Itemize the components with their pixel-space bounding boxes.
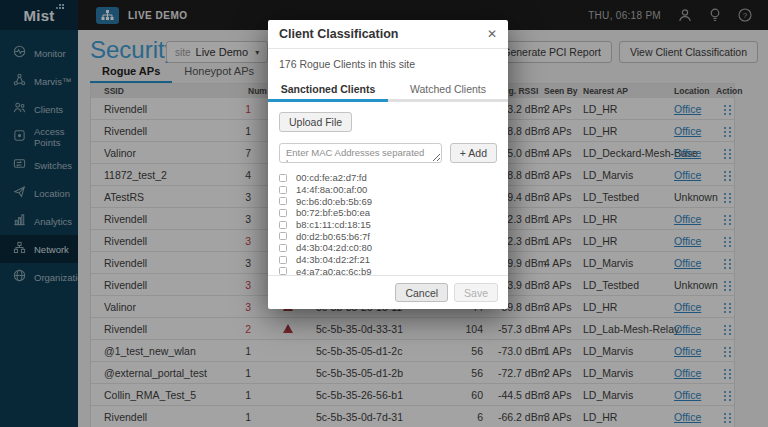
mac-checkbox[interactable] — [279, 174, 287, 182]
cancel-button[interactable]: Cancel — [395, 283, 448, 302]
mac-list-item: d0:d2:b0:65:b6:7f — [279, 230, 497, 242]
mac-checkbox[interactable] — [279, 244, 287, 252]
modal-tab-sanctioned-clients[interactable]: Sanctioned Clients — [268, 77, 388, 102]
mac-checkbox[interactable] — [279, 197, 287, 205]
modal-title: Client Classification — [279, 27, 398, 41]
mac-list-item: 00:cd:fe:a2:d7:fd — [279, 172, 497, 184]
mac-address-label: d0:d2:b0:65:b6:7f — [296, 231, 370, 242]
mac-list: 00:cd:fe:a2:d7:fd14:4f:8a:00:af:009c:b6:… — [279, 172, 497, 275]
mac-checkbox[interactable] — [279, 256, 287, 264]
modal-tab-watched-clients[interactable]: Watched Clients — [388, 77, 508, 102]
mac-address-label: b0:72:bf:e5:b0:ea — [296, 207, 370, 218]
mac-address-label: d4:3b:04:2d:c0:80 — [296, 242, 372, 253]
app-window: LIVE DEMO THU, 06:18 PM ? Mist MonitorMa… — [0, 0, 768, 427]
mac-address-label: b8:c1:11:cd:18:15 — [296, 219, 371, 230]
save-button[interactable]: Save — [454, 283, 498, 302]
mac-list-item: e4:a7:a0:ac:6c:b9 — [279, 266, 497, 276]
mac-address-label: 00:cd:fe:a2:d7:fd — [296, 172, 367, 183]
mac-list-item: 9c:b6:d0:eb:5b:69 — [279, 195, 497, 207]
modal-subtitle: 176 Rogue Clients in this site — [268, 49, 508, 77]
mac-list-item: d4:3b:04:d2:2f:21 — [279, 254, 497, 266]
close-icon[interactable]: ✕ — [487, 28, 497, 40]
mac-address-label: e4:a7:a0:ac:6c:b9 — [296, 266, 372, 275]
mac-checkbox[interactable] — [279, 186, 287, 194]
mac-checkbox[interactable] — [279, 209, 287, 217]
client-classification-modal: Client Classification ✕ 176 Rogue Client… — [268, 20, 508, 309]
mac-address-input[interactable] — [279, 143, 442, 163]
mac-checkbox[interactable] — [279, 221, 287, 229]
modal-tabs: Sanctioned ClientsWatched Clients — [268, 77, 508, 102]
mac-list-item: 14:4f:8a:00:af:00 — [279, 184, 497, 196]
mac-list-item: b8:c1:11:cd:18:15 — [279, 219, 497, 231]
mac-address-label: 9c:b6:d0:eb:5b:69 — [296, 196, 372, 207]
mac-address-label: d4:3b:04:d2:2f:21 — [296, 254, 370, 265]
mac-list-item: b0:72:bf:e5:b0:ea — [279, 207, 497, 219]
mac-address-label: 14:4f:8a:00:af:00 — [296, 184, 367, 195]
add-mac-button[interactable]: + Add — [450, 143, 497, 163]
upload-file-button[interactable]: Upload File — [279, 112, 352, 132]
mac-checkbox[interactable] — [279, 232, 287, 240]
mac-checkbox[interactable] — [279, 267, 287, 275]
mac-list-item: d4:3b:04:2d:c0:80 — [279, 242, 497, 254]
